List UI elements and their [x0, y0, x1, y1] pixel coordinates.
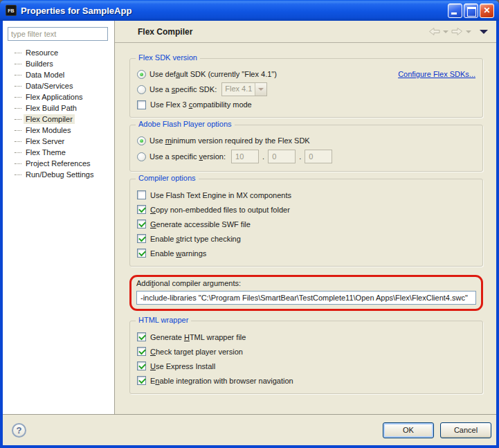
generate-html-wrapper-label: Generate HTML wrapper file: [150, 333, 246, 341]
use-minimum-version-label: Use minimum version required by the Flex…: [149, 136, 310, 145]
generate-html-wrapper-checkbox[interactable]: [137, 332, 146, 341]
tree-connector: [15, 97, 21, 98]
back-history-dropdown-icon: [443, 30, 448, 33]
sidebar-item-flex-theme[interactable]: Flex Theme: [3, 147, 114, 158]
html-wrapper-group: HTML wrapper Generate HTML wrapper file …: [129, 321, 483, 394]
copy-non-embedded-checkbox[interactable]: [137, 205, 146, 214]
group-title: HTML wrapper: [136, 316, 191, 324]
tree-connector: [15, 75, 21, 75]
browser-navigation-checkbox[interactable]: [137, 376, 146, 385]
properties-tree: Resource Builders Data Model Data/Servic…: [3, 47, 114, 180]
sidebar-item-data-services[interactable]: Data/Services: [3, 80, 114, 91]
tree-connector: [15, 163, 21, 164]
flex3-compatibility-label: Use Flex 3 compatibility mode: [150, 100, 252, 109]
sidebar-item-flex-build-path[interactable]: Flex Build Path: [3, 102, 114, 114]
sidebar-item-resource[interactable]: Resource: [3, 47, 114, 58]
generate-accessible-swf-checkbox[interactable]: [137, 219, 146, 229]
strict-type-checking-label: Enable strict type checking: [150, 235, 241, 243]
use-default-sdk-radio[interactable]: [137, 70, 146, 79]
dialog-footer: ? OK Cancel: [3, 414, 496, 445]
copy-non-embedded-label: Copy non-embedded files to output folder: [150, 206, 290, 214]
ok-button[interactable]: OK: [383, 422, 434, 438]
page-header: Flex Compiler: [115, 21, 496, 43]
tree-connector: [15, 130, 21, 131]
check-target-player-checkbox[interactable]: [137, 347, 146, 356]
tree-connector: [15, 64, 21, 64]
properties-dialog: FB Properties for SampleApp Resource Bui…: [0, 0, 499, 448]
sidebar-item-flex-applications[interactable]: Flex Applications: [3, 91, 114, 102]
use-specific-version-radio[interactable]: [137, 152, 146, 161]
use-default-sdk-label: Use default SDK (currently "Flex 4.1"): [149, 70, 277, 78]
window-title: Properties for SampleApp: [21, 6, 448, 16]
forward-history-dropdown-icon: [466, 30, 471, 33]
maximize-icon[interactable]: [464, 3, 478, 18]
browser-navigation-label: Enable integration with browser navigati…: [150, 377, 293, 385]
version-revision-field: [305, 150, 332, 163]
tree-connector: [15, 152, 21, 153]
flash-player-options-group: Adobe Flash Player options Use minimum v…: [129, 125, 483, 172]
additional-arguments-input[interactable]: [136, 291, 476, 305]
titlebar[interactable]: FB Properties for SampleApp: [0, 0, 499, 21]
cancel-button[interactable]: Cancel: [440, 422, 491, 438]
generate-accessible-swf-label: Generate accessible SWF file: [150, 220, 251, 229]
tree-connector: [15, 53, 21, 53]
back-icon: [428, 27, 440, 36]
flash-builder-app-icon: FB: [6, 5, 17, 16]
sidebar-item-project-references[interactable]: Project References: [3, 158, 114, 169]
view-menu-icon[interactable]: [480, 30, 488, 34]
group-title: Compiler options: [136, 174, 199, 182]
enable-warnings-checkbox[interactable]: [137, 249, 146, 258]
flash-text-engine-label: Use Flash Text Engine in MX components: [150, 191, 291, 199]
sidebar-item-data-model[interactable]: Data Model: [3, 69, 114, 80]
filter-input[interactable]: [8, 27, 108, 41]
flex3-compatibility-checkbox[interactable]: [137, 100, 146, 109]
configure-flex-sdks-link[interactable]: Configure Flex SDKs...: [398, 70, 475, 78]
version-major-field: [231, 150, 259, 163]
sidebar-item-flex-server[interactable]: Flex Server: [3, 136, 114, 147]
use-specific-sdk-radio[interactable]: [137, 85, 146, 94]
use-specific-version-label: Use a specific version:: [149, 152, 226, 161]
tree-connector: [15, 108, 21, 109]
flash-text-engine-checkbox[interactable]: [137, 190, 146, 199]
additional-arguments-label: Additional compiler arguments:: [136, 279, 476, 287]
tree-connector: [15, 119, 21, 120]
sidebar-item-flex-modules[interactable]: Flex Modules: [3, 125, 114, 136]
use-express-install-label: Use Express Install: [150, 362, 215, 370]
sidebar-item-flex-compiler[interactable]: Flex Compiler: [3, 114, 114, 125]
forward-icon: [451, 27, 463, 36]
use-minimum-version-radio[interactable]: [137, 136, 146, 145]
sidebar-item-run-debug-settings[interactable]: Run/Debug Settings: [3, 169, 114, 180]
additional-compiler-arguments-section: Additional compiler arguments:: [129, 275, 483, 311]
page-title: Flex Compiler: [138, 27, 192, 37]
minimize-icon[interactable]: [448, 3, 462, 18]
enable-warnings-label: Enable warnings: [150, 249, 206, 258]
strict-type-checking-checkbox[interactable]: [137, 234, 146, 243]
tree-connector: [15, 174, 21, 175]
version-minor-field: [268, 150, 296, 163]
flex-sdk-version-group: Flex SDK version Use default SDK (curren…: [129, 58, 483, 118]
group-title: Flex SDK version: [136, 53, 200, 62]
specific-sdk-select: Flex 4.1: [221, 82, 267, 96]
tree-connector: [15, 141, 21, 142]
group-title: Adobe Flash Player options: [136, 120, 235, 128]
check-target-player-label: Check target player version: [150, 348, 243, 356]
compiler-options-group: Compiler options Use Flash Text Engine i…: [129, 179, 483, 267]
use-specific-sdk-label: Use a specific SDK:: [149, 85, 217, 93]
use-express-install-checkbox[interactable]: [137, 361, 146, 370]
help-icon[interactable]: ?: [12, 423, 26, 438]
sidebar-item-builders[interactable]: Builders: [3, 58, 114, 69]
chevron-down-icon: [255, 83, 266, 96]
close-icon[interactable]: [480, 3, 494, 18]
properties-sidebar: Resource Builders Data Model Data/Servic…: [3, 21, 114, 414]
tree-connector: [15, 86, 21, 87]
